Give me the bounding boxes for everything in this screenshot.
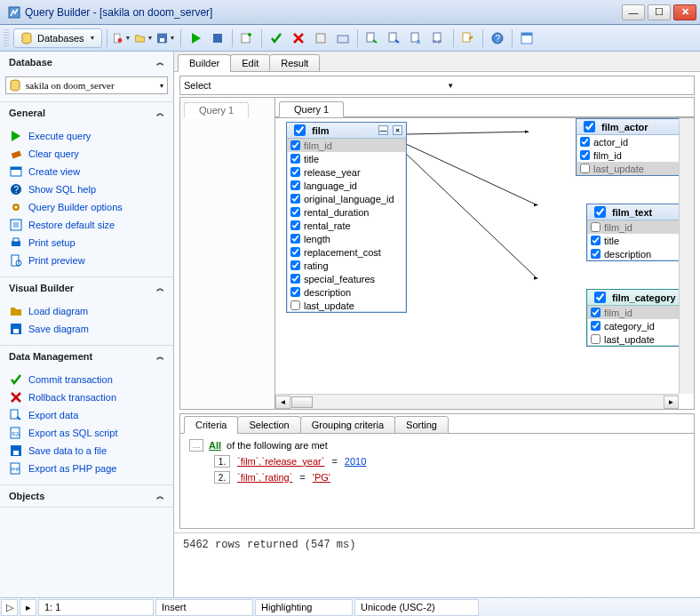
column-checkbox[interactable] [591, 249, 601, 259]
sidebar-datamgmt-4[interactable]: Save data to a file [5, 442, 168, 460]
tab-sorting[interactable]: Sorting [394, 416, 449, 434]
nav-prev-button[interactable]: ▸ [20, 599, 36, 616]
entity-film-col-original_language_id[interactable]: original_language_id [287, 192, 406, 205]
sidebar-datamgmt-2[interactable]: Export data [5, 406, 168, 424]
database-select[interactable]: sakila on doom_server [5, 76, 168, 94]
column-checkbox[interactable] [290, 274, 300, 284]
tool2-button[interactable] [333, 28, 353, 48]
entity-film-col-special_features[interactable]: special_features [287, 272, 406, 285]
entity-checkbox[interactable] [594, 292, 606, 303]
toolbar-grip[interactable] [4, 29, 9, 47]
section-header-visual[interactable]: Visual Builder︽ [0, 277, 173, 299]
tab-selection[interactable]: Selection [237, 416, 300, 434]
sidebar-datamgmt-5[interactable]: PHPExport as PHP page [5, 460, 168, 477]
column-checkbox[interactable] [290, 140, 300, 150]
column-checkbox[interactable] [290, 194, 300, 204]
section-header-objects[interactable]: Objects︽ [0, 485, 173, 507]
sidebar-general-5[interactable]: Restore default size [5, 216, 168, 234]
close-button[interactable]: ✕ [673, 4, 696, 20]
tab-result[interactable]: Result [269, 54, 320, 72]
import-button[interactable] [458, 28, 478, 48]
tab-criteria[interactable]: Criteria [184, 416, 238, 434]
entity-film_actor[interactable]: film_actor—×actor_idfilm_idlast_update [576, 118, 694, 176]
entity-film-col-film_id[interactable]: film_id [287, 139, 406, 152]
vertical-scrollbar[interactable] [679, 118, 694, 394]
entity-film_actor-col-actor_id[interactable]: actor_id [577, 135, 694, 148]
tab-grouping[interactable]: Grouping criteria [300, 416, 395, 434]
entity-header[interactable]: film_category—× [587, 290, 694, 306]
sidebar-datamgmt-0[interactable]: Commit transaction [5, 371, 168, 388]
criteria-op[interactable]: = [331, 456, 337, 467]
open-button[interactable]: ▼ [134, 28, 154, 48]
sidebar-datamgmt-1[interactable]: Rollback transaction [5, 388, 168, 406]
save-button[interactable]: ▼ [156, 28, 176, 48]
entity-film_category-col-last_update[interactable]: last_update [587, 332, 694, 346]
entity-checkbox[interactable] [594, 206, 606, 218]
export2-button[interactable] [385, 28, 404, 48]
entity-film-col-rental_duration[interactable]: rental_duration [287, 205, 406, 219]
column-checkbox[interactable] [290, 247, 300, 257]
entity-checkbox[interactable] [584, 121, 595, 132]
entity-film-col-last_update[interactable]: last_update [287, 299, 406, 312]
column-checkbox[interactable] [580, 164, 590, 173]
column-checkbox[interactable] [591, 334, 601, 344]
tab-edit[interactable]: Edit [230, 54, 270, 72]
maximize-button[interactable]: ☐ [648, 4, 671, 20]
entity-close-icon[interactable]: × [393, 125, 402, 135]
column-checkbox[interactable] [290, 260, 300, 270]
sidebar-general-4[interactable]: Query Builder options [5, 198, 168, 216]
sidebar-visual-1[interactable]: Save diagram [5, 320, 168, 338]
entity-film-col-title[interactable]: title [287, 152, 406, 165]
column-checkbox[interactable] [591, 236, 601, 245]
entity-header[interactable]: film—× [287, 123, 406, 139]
sidebar-general-1[interactable]: Clear query [5, 145, 168, 163]
section-header-general[interactable]: General︽ [0, 102, 173, 124]
criteria-field[interactable]: `film`.`release_year` [237, 456, 324, 467]
query-tab-right[interactable]: Query 1 [279, 101, 344, 117]
entity-film-col-length[interactable]: length [287, 232, 406, 245]
entity-film_category-col-category_id[interactable]: category_id [587, 319, 694, 332]
entity-film-col-rating[interactable]: rating [287, 259, 406, 272]
column-checkbox[interactable] [591, 321, 601, 331]
column-checkbox[interactable] [580, 150, 590, 160]
statement-type-select[interactable]: Select ▼ [179, 76, 695, 95]
column-checkbox[interactable] [290, 167, 300, 177]
criteria-op[interactable]: = [299, 472, 305, 483]
new-button[interactable]: ▼ [112, 28, 131, 48]
entity-header[interactable]: film_text—× [587, 204, 694, 220]
section-header-datamgmt[interactable]: Data Management︽ [0, 346, 173, 367]
tool1-button[interactable] [311, 28, 330, 48]
condition-scope[interactable]: All [209, 440, 221, 451]
entity-film_text-col-description[interactable]: description [587, 247, 694, 260]
section-header-database[interactable]: Database︽ [0, 52, 173, 73]
criteria-line[interactable]: 2.`film`.`rating`='PG' [214, 471, 685, 484]
sidebar-general-3[interactable]: ?Show SQL help [5, 180, 168, 198]
column-checkbox[interactable] [290, 207, 300, 217]
entity-film-col-rental_rate[interactable]: rental_rate [287, 219, 406, 232]
nav-first-button[interactable]: ▷ [1, 599, 18, 616]
column-checkbox[interactable] [290, 220, 300, 230]
stop-button[interactable] [208, 28, 227, 48]
export1-button[interactable] [362, 28, 382, 48]
entity-film-col-language_id[interactable]: language_id [287, 179, 406, 192]
diagram-canvas[interactable]: film—×film_idtitlerelease_yearlanguage_i… [275, 117, 694, 409]
add-table-button[interactable] [237, 28, 257, 48]
minimize-button[interactable]: — [622, 4, 645, 20]
column-checkbox[interactable] [290, 154, 300, 164]
tab-builder[interactable]: Builder [178, 54, 231, 72]
entity-film-col-release_year[interactable]: release_year [287, 165, 406, 179]
sidebar-general-0[interactable]: Execute query [5, 127, 168, 145]
column-checkbox[interactable] [591, 222, 601, 232]
entity-film-col-replacement_cost[interactable]: replacement_cost [287, 245, 406, 259]
column-checkbox[interactable] [591, 308, 601, 317]
databases-dropdown[interactable]: Databases ▼ [13, 28, 102, 48]
sidebar-visual-0[interactable]: Load diagram [5, 302, 168, 320]
entity-film[interactable]: film—×film_idtitlerelease_yearlanguage_i… [286, 122, 407, 313]
criteria-value[interactable]: 'PG' [313, 472, 330, 483]
sidebar-general-7[interactable]: Print preview [5, 252, 168, 269]
window-button[interactable] [517, 28, 537, 48]
column-checkbox[interactable] [580, 137, 590, 147]
entity-header[interactable]: film_actor—× [577, 119, 694, 135]
help-button[interactable]: ? [488, 28, 507, 48]
entity-film_actor-col-film_id[interactable]: film_id [577, 148, 694, 162]
